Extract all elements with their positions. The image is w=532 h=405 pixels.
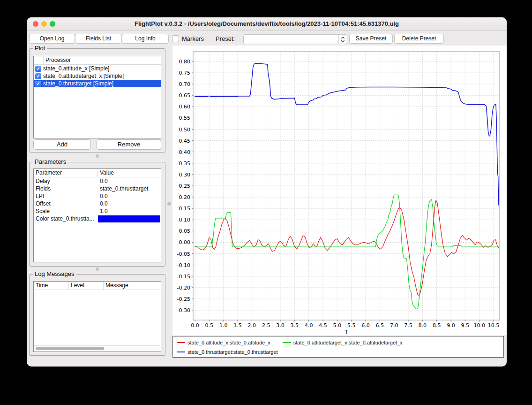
parameter-value[interactable]: state_0.thrusttarget bbox=[98, 185, 161, 192]
chart-panel: 0.00.51.01.52.02.53.03.54.04.55.05.56.06… bbox=[172, 46, 507, 335]
svg-text:9.0: 9.0 bbox=[447, 322, 455, 329]
svg-text:7.5: 7.5 bbox=[404, 322, 412, 329]
svg-text:0.15: 0.15 bbox=[179, 206, 191, 212]
save-preset-button[interactable]: Save Preset bbox=[349, 34, 393, 44]
red-line-swatch-icon bbox=[177, 342, 185, 343]
combo-stepper-icon[interactable] bbox=[338, 35, 347, 44]
legend-item: state_0.attitude_x:state_0.attitude_x bbox=[177, 340, 270, 345]
row-checkbox-checked-icon[interactable] bbox=[35, 66, 41, 72]
parameters-group: Parameters Parameter Value Delay 0.0 Fie… bbox=[29, 162, 165, 267]
delete-preset-button[interactable]: Delete Preset bbox=[394, 34, 444, 44]
svg-text:5.0: 5.0 bbox=[333, 322, 342, 329]
color-swatch[interactable] bbox=[98, 215, 160, 222]
vertical-splitter-handle[interactable] bbox=[167, 202, 171, 206]
value-column-header: Value bbox=[98, 169, 161, 177]
parameter-value[interactable]: 0.0 bbox=[98, 193, 161, 199]
legend-item: state_0.attitudetarget_x:state_0.attitud… bbox=[283, 340, 403, 345]
parameters-group-title: Parameters bbox=[33, 158, 68, 165]
parameter-row[interactable]: Scale 1.0 bbox=[34, 207, 161, 215]
parameter-name: Offset bbox=[34, 200, 98, 207]
svg-text:0.0: 0.0 bbox=[191, 322, 199, 329]
svg-text:4.0: 4.0 bbox=[305, 322, 313, 329]
processor-row[interactable]: state_0.attitudetarget_x [Simple] bbox=[34, 72, 161, 80]
parameter-name: Delay bbox=[34, 178, 98, 184]
zoom-window-button[interactable] bbox=[50, 21, 55, 27]
legend-label: state_0.attitude_x:state_0.attitude_x bbox=[187, 340, 270, 345]
svg-text:8.5: 8.5 bbox=[433, 322, 441, 329]
parameter-name: LPF bbox=[34, 193, 98, 199]
svg-text:0.55: 0.55 bbox=[179, 115, 191, 121]
svg-text:T: T bbox=[344, 329, 348, 335]
row-checkbox-checked-icon[interactable] bbox=[35, 73, 41, 79]
svg-text:0.30: 0.30 bbox=[179, 172, 191, 178]
svg-text:3.0: 3.0 bbox=[276, 322, 285, 329]
processor-row[interactable]: state_0.attitude_x [Simple] bbox=[34, 65, 161, 72]
flightplot-window: FlightPlot v.0.3.2 - /Users/oleg/Documen… bbox=[27, 17, 507, 367]
svg-text:6.5: 6.5 bbox=[376, 322, 384, 329]
parameter-row[interactable]: LPF 0.0 bbox=[34, 192, 161, 200]
svg-text:-0.25: -0.25 bbox=[177, 296, 190, 302]
svg-text:0.60: 0.60 bbox=[179, 104, 191, 110]
svg-text:-0.15: -0.15 bbox=[177, 274, 190, 280]
preset-label: Preset: bbox=[216, 34, 235, 43]
legend-label: state_0.attitudetarget_x:state_0.attitud… bbox=[293, 340, 403, 345]
parameter-row[interactable]: Offset 0.0 bbox=[34, 200, 161, 207]
log-messages-group-title: Log Messages bbox=[33, 270, 76, 277]
close-window-button[interactable] bbox=[33, 21, 38, 27]
remove-button[interactable]: Remove bbox=[97, 139, 161, 150]
preset-combobox[interactable] bbox=[243, 34, 347, 44]
parameter-value[interactable]: 0.0 bbox=[98, 200, 161, 207]
svg-text:6.0: 6.0 bbox=[361, 322, 370, 329]
legend-label: state_0.thrusttarget:state_0.thrusttarge… bbox=[187, 349, 278, 355]
svg-text:10.5: 10.5 bbox=[488, 322, 500, 329]
fields-list-button[interactable]: Fields List bbox=[75, 34, 122, 44]
parameter-name: Color state_0.thrustta... bbox=[34, 215, 98, 222]
splitter-handle[interactable] bbox=[96, 267, 99, 271]
message-column-header: Message bbox=[104, 282, 161, 290]
processor-row-label: state_0.attitude_x [Simple] bbox=[43, 65, 109, 72]
window-title: FlightPlot v.0.3.2 - /Users/oleg/Documen… bbox=[27, 17, 507, 31]
parameter-column-header: Parameter bbox=[34, 169, 98, 177]
svg-text:-0.10: -0.10 bbox=[177, 262, 190, 268]
splitter-handle[interactable] bbox=[96, 154, 99, 158]
row-checkbox-checked-icon[interactable] bbox=[35, 81, 41, 87]
svg-text:4.5: 4.5 bbox=[319, 322, 327, 329]
parameter-row-color[interactable]: Color state_0.thrustta... bbox=[34, 215, 161, 222]
svg-text:0.80: 0.80 bbox=[179, 59, 191, 65]
add-button[interactable]: Add bbox=[33, 139, 91, 150]
svg-text:-0.30: -0.30 bbox=[177, 307, 190, 313]
chart-legend: state_0.attitude_x:state_0.attitude_x st… bbox=[172, 336, 504, 358]
svg-text:0.35: 0.35 bbox=[179, 160, 191, 167]
log-info-button[interactable]: Log Info bbox=[122, 34, 169, 44]
parameter-name: Scale bbox=[34, 208, 98, 214]
svg-text:0.50: 0.50 bbox=[179, 127, 191, 133]
markers-checkbox[interactable] bbox=[172, 35, 179, 42]
svg-text:0.75: 0.75 bbox=[179, 70, 191, 76]
svg-text:10.0: 10.0 bbox=[473, 322, 485, 329]
checkbox-column-header bbox=[34, 56, 44, 64]
minimize-window-button[interactable] bbox=[41, 21, 47, 27]
svg-text:2.0: 2.0 bbox=[248, 322, 256, 329]
plot-group-title: Plot bbox=[33, 45, 47, 52]
svg-text:1.5: 1.5 bbox=[233, 322, 242, 329]
processor-row-selected[interactable]: state_0.thrusttarget [Simple] bbox=[34, 80, 161, 87]
parameter-value[interactable]: 1.0 bbox=[98, 208, 161, 214]
open-log-button[interactable]: Open Log bbox=[29, 34, 75, 44]
svg-text:7.0: 7.0 bbox=[390, 322, 398, 329]
time-column-header: Time bbox=[34, 282, 69, 290]
processor-row-label: state_0.thrusttarget [Simple] bbox=[43, 80, 113, 87]
parameters-table[interactable]: Parameter Value Delay 0.0 Fields state_0… bbox=[33, 168, 161, 262]
horizontal-scrollbar[interactable] bbox=[34, 345, 160, 351]
processor-row-label: state_0.attitudetarget_x [Simple] bbox=[43, 73, 124, 79]
svg-text:-0.20: -0.20 bbox=[177, 285, 190, 291]
markers-label: Markers bbox=[182, 34, 204, 43]
flight-chart[interactable]: 0.00.51.01.52.02.53.03.54.04.55.05.56.06… bbox=[172, 46, 507, 335]
processor-list[interactable]: Processor state_0.attitude_x [Simple] st… bbox=[33, 56, 161, 138]
blue-line-swatch-icon bbox=[177, 352, 185, 352]
svg-text:-0.05: -0.05 bbox=[177, 251, 190, 257]
log-messages-table[interactable]: Time Level Message bbox=[33, 281, 161, 352]
parameter-row[interactable]: Delay 0.0 bbox=[34, 177, 161, 185]
parameter-value[interactable]: 0.0 bbox=[98, 178, 161, 184]
scrollbar-thumb[interactable] bbox=[36, 347, 104, 350]
parameter-row[interactable]: Fields state_0.thrusttarget bbox=[34, 185, 161, 192]
